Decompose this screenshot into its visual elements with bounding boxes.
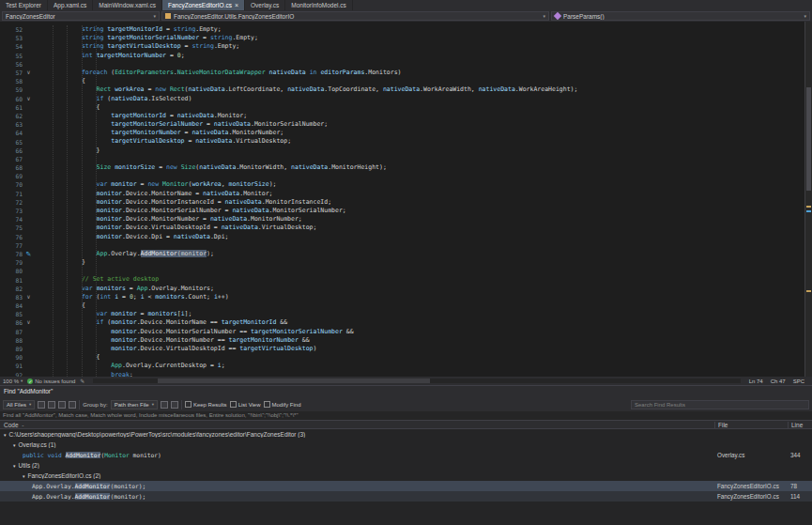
- code-line-56[interactable]: [38, 60, 812, 69]
- code-line-81[interactable]: // Set active desktop: [38, 275, 812, 284]
- copy-results-icon[interactable]: [48, 401, 55, 409]
- settings-icon[interactable]: [161, 401, 168, 409]
- code-line-85[interactable]: var monitor = monitors[i];: [38, 310, 812, 318]
- keep-results-toggle[interactable]: Keep Results: [185, 401, 227, 408]
- code-line-90[interactable]: {: [38, 353, 812, 362]
- fold-arrow-icon[interactable]: ∨: [23, 293, 35, 301]
- scope-dropdown[interactable]: All Files ▾: [3, 400, 35, 409]
- code-line-78[interactable]: App.Overlay.AddMonitor(monitor);: [38, 250, 812, 258]
- code-line-66[interactable]: }: [38, 147, 812, 155]
- tab-monitorinfomodel-cs[interactable]: MonitorInfoModel.cs: [285, 0, 353, 10]
- columns-options-icon[interactable]: [171, 401, 178, 409]
- code-line-82[interactable]: var monitors = App.Overlay.Monitors;: [38, 285, 812, 293]
- tab-test-explorer[interactable]: Test Explorer: [0, 0, 48, 10]
- code-line-68[interactable]: Size monitorSize = new Size(nativeData.M…: [38, 163, 812, 172]
- expand-arrow-icon[interactable]: ▾: [23, 473, 25, 479]
- code-line-87[interactable]: monitor.Device.MonitorSerialNumber == ta…: [38, 328, 812, 336]
- tab-fancyzoneseditorio-cs[interactable]: FancyZonesEditorIO.cs×: [162, 0, 245, 10]
- expand-arrow-icon[interactable]: ▾: [13, 463, 16, 469]
- code-line-58[interactable]: {: [38, 77, 812, 85]
- code-line-73[interactable]: monitor.Device.MonitorSerialNumber = nat…: [38, 207, 812, 215]
- expand-arrow-icon[interactable]: ▾: [13, 442, 16, 448]
- code-line-86[interactable]: if (monitor.Device.MonitorName == target…: [38, 318, 812, 327]
- code-line-79[interactable]: }: [38, 258, 812, 267]
- list-view-toggle[interactable]: List View: [230, 401, 261, 408]
- result-group-row[interactable]: ▾Overlay.cs (1): [0, 440, 812, 450]
- code-line-61[interactable]: {: [38, 103, 812, 112]
- code-line-70[interactable]: var monitor = new Monitor(workArea, moni…: [38, 180, 812, 189]
- scrollbar-thumb[interactable]: [806, 87, 811, 191]
- tab-bar: Test ExplorerApp.xaml.csMainWindow.xaml.…: [0, 0, 812, 10]
- editor-gutter[interactable]: 525354555657∨585960∨61626364656667686970…: [0, 22, 36, 377]
- code-line-55[interactable]: int targetMonitorNumber = 0;: [38, 52, 812, 60]
- code-line-88[interactable]: monitor.Device.MonitorNumber == targetMo…: [38, 336, 812, 345]
- code-line-84[interactable]: {: [38, 301, 812, 310]
- editor-horizontal-scrollbar[interactable]: [93, 378, 740, 383]
- tab-overlay-cs[interactable]: Overlay.cs: [245, 0, 285, 10]
- close-icon[interactable]: ×: [235, 2, 238, 8]
- code-line-57[interactable]: foreach (EditorParameters.NativeMonitorD…: [38, 69, 812, 77]
- code-line-91[interactable]: App.Overlay.CurrentDesktop = i;: [38, 362, 812, 370]
- result-row[interactable]: App.Overlay.AddMonitor(monitor);FancyZon…: [0, 491, 812, 502]
- code-line-69[interactable]: [38, 172, 812, 180]
- fold-arrow-icon[interactable]: ∨: [23, 318, 35, 327]
- result-file-cell: Overlay.cs: [714, 452, 788, 458]
- clear-results-icon[interactable]: [38, 401, 45, 409]
- tab-mainwindow-xaml-cs[interactable]: MainWindow.xaml.cs: [93, 0, 162, 10]
- check-icon: ✓: [27, 378, 33, 384]
- result-group-row[interactable]: ▾C:\Users\shaopengwang\Desktop\powertoys…: [0, 429, 812, 440]
- expand-all-icon[interactable]: [58, 401, 66, 409]
- line-number: 81: [0, 277, 23, 284]
- find-toolbar: All Files ▾ Group by: Path then File ▾ K…: [0, 397, 812, 411]
- code-line-62[interactable]: targetMonitorId = nativeData.Monitor;: [38, 112, 812, 120]
- column-header-file[interactable]: File: [714, 422, 788, 428]
- issues-indicator[interactable]: ✓ No issues found: [27, 378, 75, 384]
- code-line-83[interactable]: for (int i = 0; i < monitors.Count; i++): [38, 293, 812, 301]
- code-line-65[interactable]: targetVirtualDesktop = nativeData.Virtua…: [38, 137, 812, 146]
- modify-find-button[interactable]: Modify Find: [264, 401, 301, 408]
- code-line-74[interactable]: monitor.Device.MonitorNumber = nativeDat…: [38, 215, 812, 224]
- code-line-75[interactable]: monitor.Device.VirtualDesktopId = native…: [38, 224, 812, 232]
- line-number: 89: [0, 346, 23, 352]
- member-dropdown[interactable]: ParseParams() ▾: [551, 11, 810, 21]
- code-line-71[interactable]: monitor.Device.MonitorName = nativeData.…: [38, 190, 812, 198]
- find-results-tree: ▾C:\Users\shaopengwang\Desktop\powertoys…: [0, 429, 812, 525]
- code-line-80[interactable]: [38, 267, 812, 275]
- tab-app-xaml-cs[interactable]: App.xaml.cs: [48, 0, 93, 10]
- code-line-53[interactable]: string targetMonitorSerialNumber = strin…: [38, 34, 812, 42]
- column-header-line[interactable]: Line: [788, 422, 812, 428]
- code-line-52[interactable]: string targetMonitorId = string.Empty;: [38, 25, 812, 34]
- scrollbar-thumb[interactable]: [158, 378, 429, 383]
- code-line-60[interactable]: if (nativeData.IsSelected): [38, 95, 812, 103]
- project-dropdown[interactable]: FancyZonesEditor ▾: [2, 11, 160, 21]
- find-results-search-input[interactable]: [631, 400, 809, 409]
- code-line-64[interactable]: targetMonitorNumber = nativeData.Monitor…: [38, 129, 812, 137]
- code-line-77[interactable]: [38, 241, 812, 250]
- tab-label: Test Explorer: [6, 2, 41, 8]
- collapse-all-icon[interactable]: [69, 401, 76, 409]
- group-by-dropdown[interactable]: Path then File ▾: [111, 400, 158, 409]
- zoom-control[interactable]: 100 % ▾: [3, 378, 23, 384]
- result-group-row[interactable]: ▾FancyZonesEditorIO.cs (2): [0, 471, 812, 481]
- fold-arrow-icon[interactable]: ∨: [23, 69, 35, 77]
- editor-vertical-scrollbar[interactable]: [804, 22, 812, 377]
- code-line-76[interactable]: monitor.Device.Dpi = nativeData.Dpi;: [38, 233, 812, 241]
- code-line-89[interactable]: monitor.Device.VirtualDesktopId == targe…: [38, 345, 812, 353]
- result-group-row[interactable]: ▾Utils (2): [0, 460, 812, 471]
- result-row[interactable]: public void AddMonitor(Monitor monitor)O…: [0, 450, 812, 460]
- expand-arrow-icon[interactable]: ▾: [4, 432, 7, 438]
- code-line-54[interactable]: string targetVirtualDesktop = string.Emp…: [38, 42, 812, 51]
- type-dropdown[interactable]: FancyZonesEditor.Utils.FancyZonesEditorI…: [161, 11, 549, 21]
- code-area[interactable]: string targetMonitorId = string.Empty;st…: [36, 22, 812, 377]
- line-number: 92: [0, 372, 23, 377]
- code-line-92[interactable]: break;: [38, 371, 812, 378]
- space-mode-indicator[interactable]: SPC: [793, 378, 804, 384]
- code-line-63[interactable]: targetMonitorSerialNumber = nativeData.M…: [38, 120, 812, 129]
- code-line-72[interactable]: monitor.Device.MonitorInstanceId = nativ…: [38, 198, 812, 207]
- code-line-59[interactable]: Rect workArea = new Rect(nativeData.Left…: [38, 85, 812, 94]
- column-header-code[interactable]: Code ⌄: [0, 422, 714, 428]
- code-line-67[interactable]: [38, 155, 812, 163]
- fold-arrow-icon[interactable]: ∨: [23, 95, 35, 103]
- line-number: 69: [0, 173, 23, 179]
- result-row[interactable]: App.Overlay.AddMonitor(monitor);FancyZon…: [0, 481, 812, 491]
